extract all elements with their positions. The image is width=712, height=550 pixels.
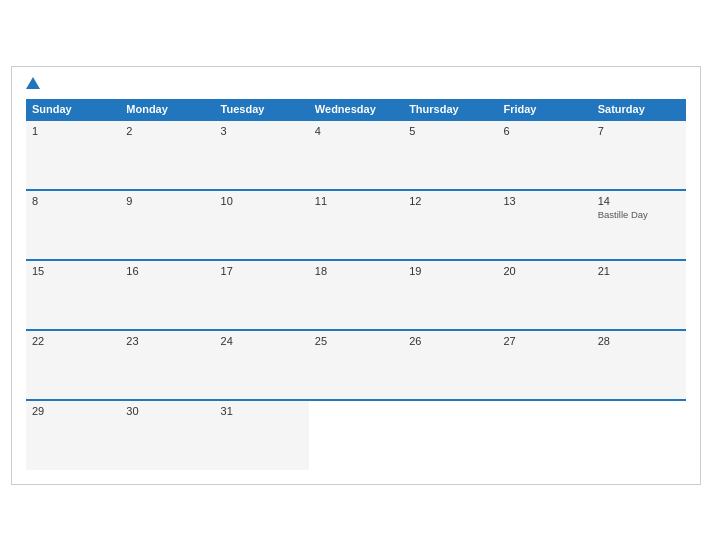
- calendar-cell: 27: [497, 330, 591, 400]
- week-row-2: 891011121314Bastille Day: [26, 190, 686, 260]
- calendar-cell: 9: [120, 190, 214, 260]
- calendar-cell: 23: [120, 330, 214, 400]
- day-number: 23: [126, 335, 208, 347]
- day-number: 27: [503, 335, 585, 347]
- calendar-cell: 19: [403, 260, 497, 330]
- day-number: 16: [126, 265, 208, 277]
- week-row-3: 15161718192021: [26, 260, 686, 330]
- weekday-header-friday: Friday: [497, 99, 591, 120]
- calendar-cell: 26: [403, 330, 497, 400]
- day-number: 11: [315, 195, 397, 207]
- calendar-grid: SundayMondayTuesdayWednesdayThursdayFrid…: [26, 99, 686, 470]
- week-row-1: 1234567: [26, 120, 686, 190]
- weekday-header-row: SundayMondayTuesdayWednesdayThursdayFrid…: [26, 99, 686, 120]
- calendar-cell: 25: [309, 330, 403, 400]
- logo-blue-text: [26, 77, 43, 89]
- weekday-header-saturday: Saturday: [592, 99, 686, 120]
- calendar-cell: 24: [215, 330, 309, 400]
- day-number: 12: [409, 195, 491, 207]
- holiday-label: Bastille Day: [598, 209, 680, 220]
- day-number: 7: [598, 125, 680, 137]
- weekday-header-wednesday: Wednesday: [309, 99, 403, 120]
- calendar-cell: 11: [309, 190, 403, 260]
- day-number: 30: [126, 405, 208, 417]
- weekday-header-monday: Monday: [120, 99, 214, 120]
- day-number: 14: [598, 195, 680, 207]
- calendar-cell: 29: [26, 400, 120, 470]
- calendar-cell: 18: [309, 260, 403, 330]
- calendar-cell: 21: [592, 260, 686, 330]
- calendar-container: SundayMondayTuesdayWednesdayThursdayFrid…: [11, 66, 701, 485]
- day-number: 20: [503, 265, 585, 277]
- day-number: 21: [598, 265, 680, 277]
- day-number: 19: [409, 265, 491, 277]
- day-number: 22: [32, 335, 114, 347]
- calendar-cell: 8: [26, 190, 120, 260]
- day-number: 31: [221, 405, 303, 417]
- calendar-cell: 22: [26, 330, 120, 400]
- weekday-header-sunday: Sunday: [26, 99, 120, 120]
- calendar-cell: [403, 400, 497, 470]
- day-number: 24: [221, 335, 303, 347]
- day-number: 13: [503, 195, 585, 207]
- calendar-cell: 16: [120, 260, 214, 330]
- day-number: 6: [503, 125, 585, 137]
- calendar-cell: 3: [215, 120, 309, 190]
- day-number: 18: [315, 265, 397, 277]
- calendar-cell: 13: [497, 190, 591, 260]
- calendar-cell: 5: [403, 120, 497, 190]
- calendar-cell: 1: [26, 120, 120, 190]
- weekday-header-tuesday: Tuesday: [215, 99, 309, 120]
- calendar-cell: 17: [215, 260, 309, 330]
- day-number: 26: [409, 335, 491, 347]
- day-number: 28: [598, 335, 680, 347]
- day-number: 5: [409, 125, 491, 137]
- day-number: 29: [32, 405, 114, 417]
- week-row-4: 22232425262728: [26, 330, 686, 400]
- logo-triangle-icon: [26, 77, 40, 89]
- day-number: 4: [315, 125, 397, 137]
- calendar-header: [26, 77, 686, 89]
- day-number: 3: [221, 125, 303, 137]
- calendar-cell: [592, 400, 686, 470]
- day-number: 25: [315, 335, 397, 347]
- calendar-cell: 2: [120, 120, 214, 190]
- day-number: 1: [32, 125, 114, 137]
- calendar-cell: 28: [592, 330, 686, 400]
- week-row-5: 293031: [26, 400, 686, 470]
- day-number: 9: [126, 195, 208, 207]
- calendar-cell: 10: [215, 190, 309, 260]
- calendar-cell: [497, 400, 591, 470]
- day-number: 17: [221, 265, 303, 277]
- weekday-header-thursday: Thursday: [403, 99, 497, 120]
- calendar-cell: 15: [26, 260, 120, 330]
- calendar-cell: 7: [592, 120, 686, 190]
- calendar-cell: 6: [497, 120, 591, 190]
- calendar-cell: 4: [309, 120, 403, 190]
- day-number: 2: [126, 125, 208, 137]
- calendar-cell: 14Bastille Day: [592, 190, 686, 260]
- calendar-cell: [309, 400, 403, 470]
- calendar-cell: 31: [215, 400, 309, 470]
- calendar-cell: 20: [497, 260, 591, 330]
- calendar-cell: 12: [403, 190, 497, 260]
- logo: [26, 77, 43, 89]
- calendar-cell: 30: [120, 400, 214, 470]
- day-number: 10: [221, 195, 303, 207]
- day-number: 8: [32, 195, 114, 207]
- day-number: 15: [32, 265, 114, 277]
